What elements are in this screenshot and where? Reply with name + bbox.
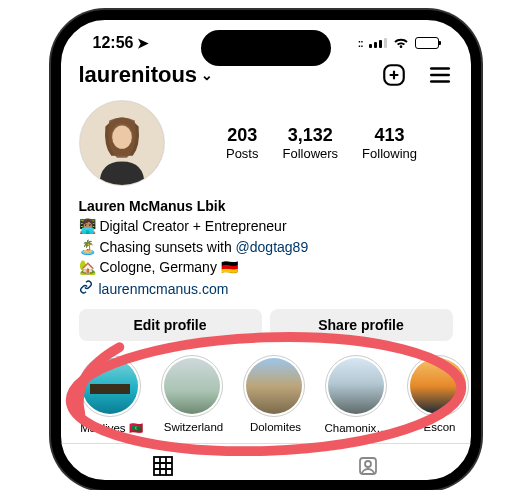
highlight-cover — [407, 355, 469, 417]
username-text: laurenitous — [79, 62, 198, 88]
cellular-icon — [369, 38, 387, 48]
bio-line-1: 👩🏽‍💻 Digital Creator + Entrepreneur — [79, 216, 453, 236]
device-notch — [201, 30, 331, 66]
followers-stat[interactable]: 3,132 Followers — [282, 125, 338, 161]
following-count: 413 — [362, 125, 417, 146]
menu-button[interactable] — [427, 62, 453, 88]
highlight-cover — [325, 355, 387, 417]
highlight-item[interactable]: Dolomites — [243, 355, 309, 435]
bio-line-3: 🏡 Cologne, Germany 🇩🇪 — [79, 257, 453, 277]
bio-line-2: 🏝️ Chasing sunsets with @dogtag89 — [79, 237, 453, 257]
highlight-item[interactable]: Chamonix 🏔️ — [325, 355, 391, 435]
status-time: 12:56 — [93, 34, 134, 52]
profile-stats-row: 203 Posts 3,132 Followers 413 Following — [61, 96, 471, 196]
location-icon: ➤ — [137, 35, 149, 51]
posts-label: Posts — [226, 146, 259, 161]
chevron-down-icon: ⌄ — [201, 67, 213, 83]
profile-tabs — [61, 443, 471, 490]
svg-point-9 — [112, 125, 132, 148]
battery-icon — [415, 37, 439, 49]
posts-count: 203 — [226, 125, 259, 146]
phone-frame: 12:56 ➤ :: laurenitous ⌄ — [51, 10, 481, 490]
highlight-cover — [161, 355, 223, 417]
highlight-label: Switzerland — [161, 421, 227, 433]
avatar[interactable] — [79, 100, 165, 186]
followers-count: 3,132 — [282, 125, 338, 146]
display-name: Lauren McManus Lbik — [79, 196, 453, 216]
dual-sim-icon: :: — [358, 38, 363, 49]
following-label: Following — [362, 146, 417, 161]
posts-stat[interactable]: 203 Posts — [226, 125, 259, 161]
followers-label: Followers — [282, 146, 338, 161]
create-button[interactable] — [381, 62, 407, 88]
edit-profile-button[interactable]: Edit profile — [79, 309, 262, 341]
highlight-item[interactable]: Maldives 🇲🇻 — [79, 355, 145, 435]
highlight-item[interactable]: Switzerland — [161, 355, 227, 435]
highlight-label: Maldives 🇲🇻 — [79, 421, 145, 435]
highlight-label: Dolomites — [243, 421, 309, 433]
action-buttons: Edit profile Share profile — [61, 309, 471, 353]
bio-link-row[interactable]: laurenmcmanus.com — [79, 279, 453, 299]
bio-mention[interactable]: @dogtag89 — [236, 239, 309, 255]
highlight-cover — [79, 355, 141, 417]
svg-rect-10 — [154, 457, 172, 475]
story-highlights[interactable]: Maldives 🇲🇻 Switzerland Dolomites Chamon… — [61, 353, 471, 443]
wifi-icon — [393, 34, 409, 52]
website-link: laurenmcmanus.com — [99, 279, 229, 299]
bio-section: Lauren McManus Lbik 👩🏽‍💻 Digital Creator… — [61, 196, 471, 309]
link-icon — [79, 279, 93, 299]
highlight-item[interactable]: Escon — [407, 355, 471, 435]
share-profile-button[interactable]: Share profile — [270, 309, 453, 341]
tab-tagged[interactable] — [266, 444, 471, 490]
svg-point-16 — [365, 461, 371, 467]
highlight-label: Chamonix 🏔️ — [325, 421, 391, 435]
tab-grid[interactable] — [61, 444, 266, 490]
highlight-label: Escon — [407, 421, 471, 433]
following-stat[interactable]: 413 Following — [362, 125, 417, 161]
bio-line-2-text: 🏝️ Chasing sunsets with — [79, 239, 236, 255]
highlight-cover — [243, 355, 305, 417]
username-switcher[interactable]: laurenitous ⌄ — [79, 62, 214, 88]
